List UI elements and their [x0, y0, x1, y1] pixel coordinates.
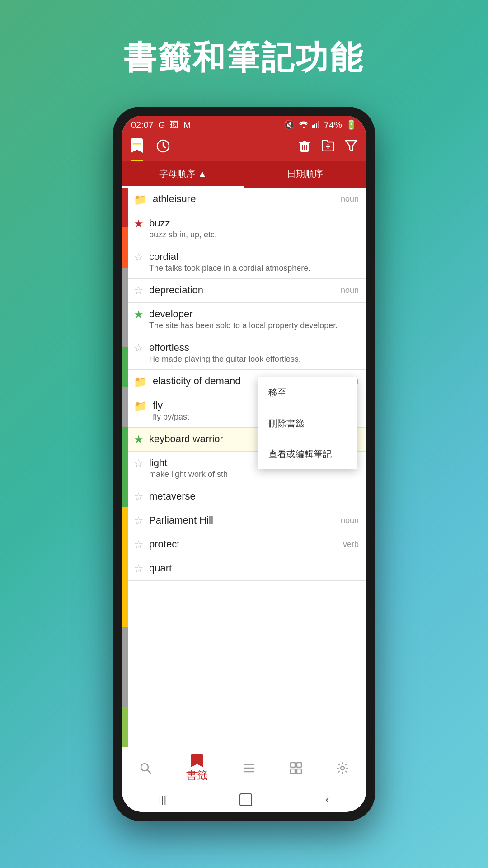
- color-strip: [122, 188, 128, 747]
- word: athleisure: [153, 193, 196, 205]
- context-menu-item-move[interactable]: 移至: [258, 377, 357, 408]
- battery-icon: 🔋: [346, 119, 357, 130]
- nav-bookmarks-label: 書籤: [186, 768, 208, 783]
- svg-rect-21: [291, 769, 295, 774]
- wifi-icon: [299, 120, 309, 130]
- list-item[interactable]: ☆ depreciation noun: [128, 279, 366, 303]
- subtext: The talks took place in a cordial atmosp…: [149, 264, 359, 273]
- list-item[interactable]: ☆ Parliament Hill noun: [128, 509, 366, 533]
- word: quart: [149, 562, 172, 574]
- subtext: He made playing the guitar look effortle…: [149, 354, 359, 364]
- word: protect: [149, 538, 179, 550]
- bookmark-tab-icon[interactable]: [131, 138, 143, 161]
- word: keyboard warrior: [149, 433, 223, 445]
- android-back-button[interactable]: ‹: [325, 793, 329, 807]
- star-icon: ★: [134, 217, 144, 230]
- word: developer: [149, 308, 193, 320]
- word: effortless: [149, 342, 189, 354]
- star-icon: ☆: [134, 284, 144, 297]
- word: depreciation: [149, 284, 203, 296]
- photo-icon: 🖼: [170, 120, 179, 130]
- subtext: The site has been sold to a local proper…: [149, 321, 359, 330]
- android-recent-button[interactable]: |||: [159, 794, 166, 806]
- star-icon: ☆: [134, 457, 144, 470]
- badge: noun: [341, 286, 359, 295]
- tab-date[interactable]: 日期順序: [244, 161, 366, 188]
- list-item[interactable]: ☆ metaverse: [128, 485, 366, 509]
- nav-list[interactable]: [234, 761, 264, 775]
- mute-icon: 🔇: [284, 119, 295, 130]
- context-menu-item-delete[interactable]: 刪除書籤: [258, 408, 357, 439]
- badge: verb: [343, 540, 359, 549]
- context-menu: 移至 刪除書籤 查看或編輯筆記: [258, 377, 357, 469]
- list-item[interactable]: ★ developer The site has been sold to a …: [128, 303, 366, 336]
- word: light: [149, 457, 167, 469]
- svg-rect-22: [297, 769, 301, 774]
- star-icon: ☆: [134, 251, 144, 264]
- add-folder-button[interactable]: [322, 140, 334, 155]
- signal-icon: [312, 120, 320, 130]
- folder-icon: 📁: [134, 400, 147, 413]
- list-item[interactable]: ☆ quart: [128, 557, 366, 581]
- svg-rect-2: [316, 123, 317, 128]
- svg-rect-0: [312, 125, 314, 128]
- word: elasticity of demand: [153, 375, 240, 387]
- badge: noun: [341, 194, 359, 204]
- subtext: buzz sb in, up, etc.: [149, 230, 359, 240]
- star-icon: ☆: [134, 538, 144, 551]
- star-icon: ★: [134, 433, 144, 446]
- time: 02:07: [131, 120, 154, 130]
- android-nav: ||| ‹: [122, 787, 366, 812]
- nav-grid[interactable]: [281, 760, 311, 776]
- filter-button[interactable]: [345, 140, 357, 155]
- mail-icon: M: [183, 120, 191, 130]
- tabs-bar: 字母順序 ▲ 日期順序: [122, 161, 366, 188]
- g-icon: G: [158, 120, 165, 130]
- svg-point-23: [341, 766, 344, 770]
- delete-bookmarks-button[interactable]: [298, 139, 311, 156]
- top-bar: [122, 134, 366, 161]
- battery-text: 74%: [324, 120, 342, 130]
- nav-search[interactable]: [131, 760, 160, 776]
- svg-rect-20: [297, 763, 301, 767]
- status-bar: 02:07 G 🖼 M 🔇 74% 🔋: [122, 116, 366, 134]
- list-container: 📁 athleisure noun ★ buzz: [122, 188, 366, 747]
- svg-rect-7: [303, 141, 306, 142]
- star-icon: ☆: [134, 342, 144, 354]
- svg-rect-6: [299, 142, 310, 143]
- bottom-nav: 書籤: [122, 747, 366, 787]
- star-icon: ☆: [134, 491, 144, 503]
- list-item[interactable]: 📁 athleisure noun: [128, 188, 366, 212]
- nav-bookmarks[interactable]: 書籤: [177, 752, 217, 784]
- context-menu-item-edit[interactable]: 查看或編輯筆記: [258, 439, 357, 469]
- subtext: make light work of sth: [149, 470, 359, 479]
- word: fly: [153, 400, 163, 411]
- nav-settings[interactable]: [328, 760, 357, 776]
- star-icon: ☆: [134, 514, 144, 527]
- folder-icon: 📁: [134, 193, 147, 206]
- list-item[interactable]: ☆ protect verb: [128, 533, 366, 557]
- word: Parliament Hill: [149, 514, 213, 526]
- badge: noun: [341, 516, 359, 525]
- list-item[interactable]: ★ buzz buzz sb in, up, etc.: [128, 212, 366, 245]
- svg-marker-13: [346, 141, 357, 151]
- svg-rect-1: [314, 124, 315, 128]
- svg-rect-19: [291, 763, 295, 767]
- list-item[interactable]: ☆ cordial The talks took place in a cord…: [128, 245, 366, 279]
- word: metaverse: [149, 491, 196, 502]
- tab-alphabetical[interactable]: 字母順序 ▲: [122, 161, 244, 188]
- phone-screen: 02:07 G 🖼 M 🔇 74% 🔋: [122, 116, 366, 812]
- list-item[interactable]: ☆ effortless He made playing the guitar …: [128, 336, 366, 370]
- word: cordial: [149, 251, 178, 263]
- folder-icon: 📁: [134, 376, 147, 388]
- page-title: 書籤和筆記功能: [124, 36, 364, 80]
- phone-wrapper: 02:07 G 🖼 M 🔇 74% 🔋: [113, 107, 375, 821]
- svg-line-15: [147, 770, 150, 773]
- history-tab-icon[interactable]: [156, 139, 170, 161]
- star-icon: ★: [134, 308, 144, 321]
- svg-rect-3: [318, 121, 319, 128]
- word: buzz: [149, 217, 170, 229]
- android-home-button[interactable]: [239, 793, 252, 806]
- star-icon: ☆: [134, 562, 144, 575]
